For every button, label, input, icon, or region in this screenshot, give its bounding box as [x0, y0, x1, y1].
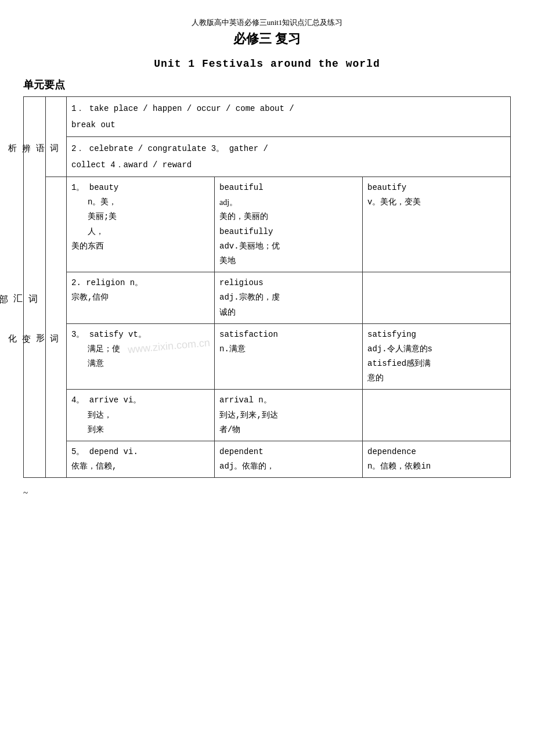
wf-arrive-mid: arrival n。 到达,到来,到达 者/物: [215, 390, 363, 441]
wf-arrive-right: [363, 390, 511, 441]
wf-religion-right: [363, 272, 511, 324]
wf-depend-mid: dependent adj。依靠的，: [215, 441, 363, 478]
page-tilde: ~: [23, 488, 511, 498]
table-row-ciyubian: 词汇部分 词语辨析 1． take place / happen / occur…: [24, 97, 511, 137]
wf-satisfy-base: 3。 satisfy vt。 满足；使 满意: [67, 323, 215, 390]
table-row-satisfy: 3。 satisfy vt。 满足；使 满意 satisfaction n.满意…: [24, 323, 511, 390]
wf-depend-base: 5。 depend vi. 依靠，信赖,: [67, 441, 215, 478]
wf-satisfy-mid: satisfaction n.满意: [215, 323, 363, 390]
label-ciyubian: 词语辨析: [46, 97, 67, 177]
wf-depend-right: dependence n。信赖，依赖in: [363, 441, 511, 478]
table-row-depend: 5。 depend vi. 依靠，信赖, dependent adj。依靠的， …: [24, 441, 511, 478]
table-row-ciyubian2: 2． celebrate / congratulate 3。 gather / …: [24, 137, 511, 177]
page-subtitle: 人教版高中英语必修三unit1知识点汇总及练习: [23, 17, 511, 28]
label-cixingbianhua: 词形变化: [46, 177, 67, 478]
wf-col2-header: beautiful adj。 美的，美丽的 beautifully adv.美丽…: [215, 177, 363, 272]
wf-col1-header: 1。 beauty n。美， 美丽;美 人， 美的东西: [67, 177, 215, 272]
table-row-arrive: 4。 arrive vi。 到达， 到来 arrival n。 到达,到来,到达…: [24, 390, 511, 441]
wf-arrive-base: 4。 arrive vi。 到达， 到来: [67, 390, 215, 441]
page-main-title: 必修三 复习: [23, 30, 511, 48]
label-cihui: 词汇部分: [24, 97, 46, 478]
wf-religion-mid: religious adj.宗教的，虔 诚的: [215, 272, 363, 324]
ciyubian-content2: 2． celebrate / congratulate 3。 gather / …: [67, 137, 511, 177]
wf-col3-header: beautify v。美化，变美: [363, 177, 511, 272]
unit-title: Unit 1 Festivals around the world: [23, 58, 511, 70]
wf-religion-base: 2. religion n。 宗教,信仰: [67, 272, 215, 324]
wf-satisfy-right: satisfying adj.令人满意的s atisfied感到满 意的: [363, 323, 511, 390]
table-row-wf-header: 词形变化 1。 beauty n。美， 美丽;美 人， 美的东西 beautif…: [24, 177, 511, 272]
main-table: 词汇部分 词语辨析 1． take place / happen / occur…: [23, 96, 511, 478]
ciyubian-content: 1． take place / happen / occur / come ab…: [67, 97, 511, 137]
section-heading: 单元要点: [23, 78, 511, 92]
table-row-religion: 2. religion n。 宗教,信仰 religious adj.宗教的，虔…: [24, 272, 511, 324]
